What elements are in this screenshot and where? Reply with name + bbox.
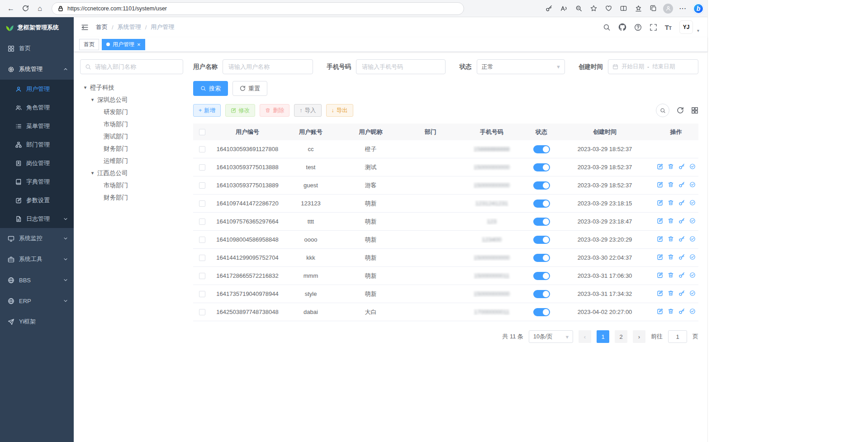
favorites-icon[interactable] bbox=[631, 2, 645, 15]
browser-home-button[interactable]: ⌂ bbox=[33, 2, 47, 15]
table-row[interactable]: 1641030593775013889 guest 游客 15000000000… bbox=[193, 176, 698, 195]
reset-password-icon[interactable] bbox=[678, 254, 685, 260]
reset-password-icon[interactable] bbox=[678, 308, 685, 314]
reset-password-icon[interactable] bbox=[678, 181, 685, 188]
sidebar-item-system-tools[interactable]: 系统工具 bbox=[0, 249, 74, 270]
delete-icon[interactable] bbox=[668, 218, 674, 224]
avatar-caret-icon[interactable]: ▾ bbox=[697, 28, 699, 34]
status-select[interactable]: 正常 ▾ bbox=[477, 59, 565, 74]
sidebar-item-erp[interactable]: ERP bbox=[0, 290, 74, 311]
reset-password-icon[interactable] bbox=[678, 218, 685, 224]
status-toggle[interactable] bbox=[533, 200, 550, 208]
status-toggle[interactable] bbox=[533, 308, 550, 316]
row-checkbox[interactable] bbox=[199, 219, 205, 225]
back-button[interactable]: ← bbox=[4, 2, 18, 15]
columns-grid-icon[interactable] bbox=[691, 107, 698, 114]
table-row[interactable]: 1642503897748738048 dabai 大白 17000000011… bbox=[193, 303, 698, 321]
import-button[interactable]: ↑ 导入 bbox=[294, 104, 321, 117]
table-row[interactable]: 1641030593775013888 test 测试 15000000000 … bbox=[193, 158, 698, 176]
select-all-checkbox[interactable] bbox=[199, 129, 205, 135]
hide-search-button[interactable] bbox=[656, 104, 669, 117]
assign-role-icon[interactable] bbox=[689, 163, 696, 170]
edit-icon[interactable] bbox=[657, 218, 663, 224]
table-row[interactable]: 1641097576365297664 tttt 萌新 123 2023-03-… bbox=[193, 213, 698, 231]
table-row[interactable]: 1641735719040978944 style 萌新 15000000000… bbox=[193, 285, 698, 303]
zoom-out-icon[interactable] bbox=[572, 2, 585, 15]
help-icon[interactable] bbox=[634, 24, 642, 31]
username-input[interactable] bbox=[223, 59, 313, 74]
row-checkbox[interactable] bbox=[199, 255, 205, 261]
table-row[interactable]: 1641098004586958848 oooo 萌新 123400 2023-… bbox=[193, 231, 698, 249]
tree-node-dept[interactable]: 财务部门 bbox=[80, 143, 183, 155]
edit-button[interactable]: 修改 bbox=[225, 104, 255, 117]
tree-node-dept[interactable]: 测试部门 bbox=[80, 130, 183, 143]
caret-down-icon[interactable]: ▾ bbox=[90, 97, 95, 103]
fullscreen-icon[interactable] bbox=[650, 24, 657, 31]
tree-node-dept[interactable]: 研发部门 bbox=[80, 106, 183, 118]
edit-icon[interactable] bbox=[657, 200, 663, 206]
sidebar-item-bbs[interactable]: BBS bbox=[0, 270, 74, 290]
caret-down-icon[interactable]: ▾ bbox=[83, 85, 88, 90]
reset-password-icon[interactable] bbox=[678, 290, 685, 296]
password-key-icon[interactable] bbox=[542, 2, 555, 15]
tree-node-branch[interactable]: ▾ 江西总公司 bbox=[80, 167, 183, 179]
delete-icon[interactable] bbox=[668, 236, 674, 242]
tree-node-dept[interactable]: 财务部门 bbox=[80, 191, 183, 204]
copilot-icon[interactable]: b bbox=[693, 3, 704, 14]
tag-close-icon[interactable]: × bbox=[137, 42, 141, 48]
sidebar-item-dict-management[interactable]: 字典管理 bbox=[0, 172, 74, 191]
edit-icon[interactable] bbox=[657, 254, 663, 260]
browser-menu-icon[interactable]: ··· bbox=[676, 2, 690, 15]
collections-icon[interactable] bbox=[646, 2, 660, 15]
delete-icon[interactable] bbox=[668, 254, 674, 260]
next-page-button[interactable]: › bbox=[633, 330, 645, 343]
row-checkbox[interactable] bbox=[199, 291, 205, 297]
tree-node-dept[interactable]: 运维部门 bbox=[80, 155, 183, 167]
delete-icon[interactable] bbox=[668, 308, 674, 314]
delete-icon[interactable] bbox=[668, 200, 674, 206]
delete-icon[interactable] bbox=[668, 163, 674, 170]
assign-role-icon[interactable] bbox=[689, 308, 696, 314]
reset-password-icon[interactable] bbox=[678, 200, 685, 206]
prev-page-button[interactable]: ‹ bbox=[579, 330, 591, 343]
status-toggle[interactable] bbox=[533, 163, 550, 171]
delete-icon[interactable] bbox=[668, 272, 674, 278]
refresh-table-icon[interactable] bbox=[677, 107, 684, 114]
profile-avatar[interactable] bbox=[661, 2, 675, 15]
assign-role-icon[interactable] bbox=[689, 181, 696, 188]
breadcrumb-home[interactable]: 首页 bbox=[96, 23, 108, 31]
edit-icon[interactable] bbox=[657, 272, 663, 278]
row-checkbox[interactable] bbox=[199, 146, 205, 152]
status-toggle[interactable] bbox=[533, 236, 550, 244]
goto-page-input[interactable] bbox=[668, 330, 687, 343]
edit-icon[interactable] bbox=[657, 163, 663, 170]
row-checkbox[interactable] bbox=[199, 309, 205, 315]
assign-role-icon[interactable] bbox=[689, 272, 696, 278]
sidebar-toggle[interactable] bbox=[81, 24, 89, 31]
user-avatar[interactable]: YJ bbox=[679, 20, 693, 34]
row-checkbox[interactable] bbox=[199, 200, 205, 207]
tag-user-management[interactable]: 用户管理 × bbox=[102, 39, 145, 50]
add-button[interactable]: + 新增 bbox=[193, 104, 221, 117]
search-button[interactable]: 搜索 bbox=[193, 81, 228, 96]
row-checkbox[interactable] bbox=[199, 164, 205, 171]
dept-search-box[interactable]: 请输入部门名称 bbox=[80, 59, 183, 74]
sidebar-item-log-management[interactable]: 日志管理 bbox=[0, 209, 74, 228]
sidebar-item-role-management[interactable]: 角色管理 bbox=[0, 98, 74, 117]
sidebar-item-menu-management[interactable]: 菜单管理 bbox=[0, 117, 74, 135]
tree-node-dept[interactable]: 市场部门 bbox=[80, 179, 183, 191]
page-2-button[interactable]: 2 bbox=[615, 330, 627, 343]
sidebar-item-dept-management[interactable]: 部门管理 bbox=[0, 135, 74, 154]
page-size-select[interactable]: 10条/页 ▾ bbox=[529, 330, 573, 343]
row-checkbox[interactable] bbox=[199, 237, 205, 243]
date-range-picker[interactable]: 开始日期 - 结束日期 bbox=[608, 59, 698, 74]
assign-role-icon[interactable] bbox=[689, 236, 696, 242]
reload-button[interactable] bbox=[18, 2, 33, 15]
table-row[interactable]: 1641097441472286720 123123 萌新 1231241231… bbox=[193, 195, 698, 213]
sidebar-item-system-management[interactable]: 系统管理 bbox=[0, 59, 74, 80]
assign-role-icon[interactable] bbox=[689, 200, 696, 206]
sidebar-item-post-management[interactable]: 岗位管理 bbox=[0, 154, 74, 172]
delete-icon[interactable] bbox=[668, 181, 674, 188]
reset-button[interactable]: 重置 bbox=[232, 81, 267, 96]
font-size-icon[interactable]: TT bbox=[665, 24, 672, 31]
